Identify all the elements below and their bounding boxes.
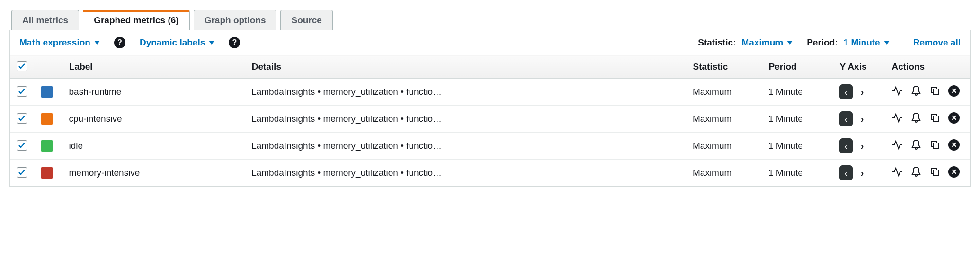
activity-icon[interactable] (891, 139, 903, 151)
copy-icon[interactable] (929, 85, 941, 97)
remove-all-link[interactable]: Remove all (913, 37, 961, 48)
yaxis-right-button[interactable]: › (855, 165, 869, 180)
table-row: cpu-intensive LambdaInsights • memory_ut… (10, 106, 970, 133)
remove-icon[interactable]: ✕ (948, 112, 960, 124)
math-expression-label: Math expression (19, 37, 90, 48)
activity-icon[interactable] (891, 166, 903, 178)
label-cell[interactable]: cpu-intensive (62, 106, 245, 133)
tab-graph-options[interactable]: Graph options (194, 10, 277, 30)
graphed-metrics-panel: Math expression ? Dynamic labels ? Stati… (9, 30, 971, 187)
dynamic-labels-label: Dynamic labels (140, 37, 205, 48)
tab-all-metrics[interactable]: All metrics (11, 10, 79, 30)
dynamic-labels-dropdown[interactable]: Dynamic labels (140, 37, 214, 48)
statistic-label: Statistic: (698, 37, 736, 48)
toolbar: Math expression ? Dynamic labels ? Stati… (10, 30, 970, 55)
table-row: memory-intensive LambdaInsights • memory… (10, 160, 970, 187)
statistic-cell[interactable]: Maximum (686, 106, 762, 133)
svg-rect-1 (933, 116, 939, 122)
period-cell[interactable]: 1 Minute (762, 160, 833, 187)
column-header-statistic[interactable]: Statistic (686, 55, 762, 79)
metrics-table: Label Details Statistic Period Y Axis Ac… (10, 55, 970, 186)
chevron-down-icon (209, 41, 214, 45)
statistic-dropdown[interactable]: Maximum (742, 37, 793, 48)
tab-graphed-metrics[interactable]: Graphed metrics (6) (83, 10, 190, 30)
row-checkbox[interactable] (17, 140, 27, 151)
copy-icon[interactable] (929, 139, 941, 151)
column-header-actions: Actions (885, 55, 970, 79)
period-cell[interactable]: 1 Minute (762, 133, 833, 160)
yaxis-left-button[interactable]: ‹ (839, 138, 853, 153)
yaxis-left-button[interactable]: ‹ (839, 111, 853, 126)
column-header-label[interactable]: Label (62, 55, 245, 79)
svg-rect-2 (933, 143, 939, 149)
column-header-details[interactable]: Details (245, 55, 686, 79)
copy-icon[interactable] (929, 112, 941, 124)
label-cell[interactable]: bash-runtime (62, 79, 245, 106)
label-cell[interactable]: idle (62, 133, 245, 160)
bell-icon[interactable] (910, 85, 922, 97)
select-all-checkbox[interactable] (17, 61, 27, 71)
table-row: bash-runtime LambdaInsights • memory_uti… (10, 79, 970, 106)
statistic-cell[interactable]: Maximum (686, 160, 762, 187)
help-icon[interactable]: ? (114, 37, 125, 48)
row-actions: ✕ (891, 85, 960, 97)
statistic-cell[interactable]: Maximum (686, 133, 762, 160)
copy-icon[interactable] (929, 166, 941, 178)
remove-icon[interactable]: ✕ (948, 139, 960, 151)
details-cell: LambdaInsights • memory_utilization • fu… (245, 133, 686, 160)
details-cell: LambdaInsights • memory_utilization • fu… (245, 79, 686, 106)
yaxis-toggle[interactable]: ‹ › (839, 165, 869, 180)
yaxis-toggle[interactable]: ‹ › (839, 138, 869, 153)
yaxis-toggle[interactable]: ‹ › (839, 84, 869, 99)
color-swatch[interactable] (41, 86, 53, 98)
activity-icon[interactable] (891, 85, 903, 97)
label-cell[interactable]: memory-intensive (62, 160, 245, 187)
math-expression-dropdown[interactable]: Math expression (19, 37, 100, 48)
period-cell[interactable]: 1 Minute (762, 79, 833, 106)
chevron-down-icon (884, 41, 890, 45)
period-value: 1 Minute (844, 37, 880, 48)
details-cell: LambdaInsights • memory_utilization • fu… (245, 160, 686, 187)
bell-icon[interactable] (910, 139, 922, 151)
yaxis-right-button[interactable]: › (855, 84, 869, 99)
row-checkbox[interactable] (17, 167, 27, 178)
yaxis-toggle[interactable]: ‹ › (839, 111, 869, 126)
chevron-down-icon (787, 41, 793, 45)
row-checkbox[interactable] (17, 86, 27, 97)
column-header-period[interactable]: Period (762, 55, 833, 79)
activity-icon[interactable] (891, 112, 903, 124)
color-swatch[interactable] (41, 167, 53, 179)
remove-icon[interactable]: ✕ (948, 166, 960, 178)
bell-icon[interactable] (910, 166, 922, 178)
period-label: Period: (807, 37, 837, 48)
column-header-yaxis[interactable]: Y Axis (833, 55, 885, 79)
color-swatch[interactable] (41, 113, 53, 125)
row-actions: ✕ (891, 112, 960, 124)
yaxis-left-button[interactable]: ‹ (839, 84, 853, 99)
period-cell[interactable]: 1 Minute (762, 106, 833, 133)
tab-bar: All metrics Graphed metrics (6) Graph op… (9, 9, 971, 30)
svg-rect-0 (933, 89, 939, 95)
details-cell: LambdaInsights • memory_utilization • fu… (245, 106, 686, 133)
table-row: idle LambdaInsights • memory_utilization… (10, 133, 970, 160)
statistic-value: Maximum (742, 37, 784, 48)
statistic-cell[interactable]: Maximum (686, 79, 762, 106)
period-dropdown[interactable]: 1 Minute (844, 37, 890, 48)
yaxis-right-button[interactable]: › (855, 111, 869, 126)
row-actions: ✕ (891, 166, 960, 178)
help-icon[interactable]: ? (229, 37, 240, 48)
yaxis-right-button[interactable]: › (855, 138, 869, 153)
svg-rect-3 (933, 170, 939, 176)
chevron-down-icon (94, 41, 100, 45)
row-actions: ✕ (891, 139, 960, 151)
row-checkbox[interactable] (17, 113, 27, 124)
bell-icon[interactable] (910, 112, 922, 124)
remove-icon[interactable]: ✕ (948, 85, 960, 97)
yaxis-left-button[interactable]: ‹ (839, 165, 853, 180)
color-swatch[interactable] (41, 140, 53, 152)
tab-source[interactable]: Source (280, 10, 332, 30)
